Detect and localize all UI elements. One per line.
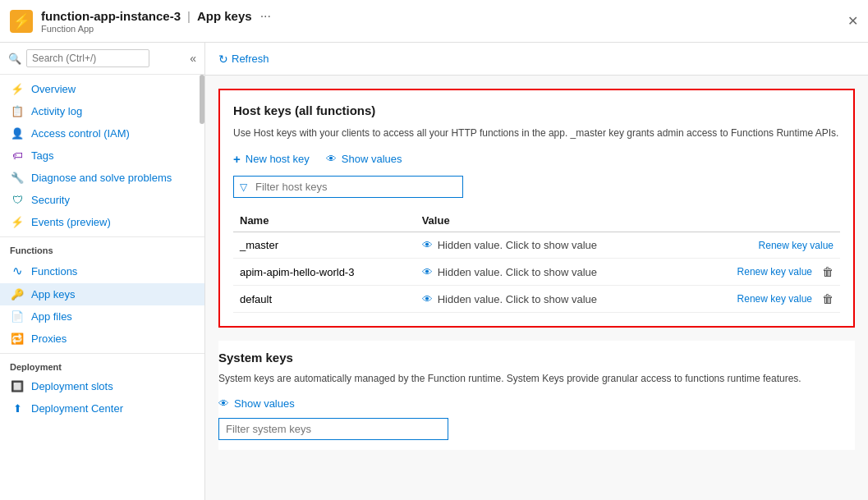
sidebar-item-functions[interactable]: ∿ Functions (0, 259, 204, 283)
app-name: function-app-instance-3 (41, 9, 181, 23)
sidebar-item-activity-log[interactable]: 📋 Activity log (0, 100, 204, 122)
app-header: ⚡ function-app-instance-3 | App keys ···… (0, 0, 868, 43)
key-value-apim: 👁 Hidden value. Click to show value (416, 259, 684, 286)
host-keys-table: Name Value _master 👁 Hidden value. Click (233, 209, 840, 313)
col-header-actions (684, 209, 840, 232)
page-title: App keys (197, 9, 252, 23)
col-header-name: Name (233, 209, 416, 232)
table-row: apim-apim-hello-world-3 👁 Hidden value. … (233, 259, 840, 286)
functions-icon: ∿ (10, 264, 25, 278)
key-name-default: default (233, 286, 416, 313)
sidebar-label-tags: Tags (31, 149, 53, 162)
search-icon: 🔍 (8, 53, 21, 65)
key-actions-default: Renew key value 🗑 (684, 286, 840, 313)
delete-default-button[interactable]: 🗑 (822, 292, 834, 305)
key-name-master: _master (233, 232, 416, 259)
sidebar-label-proxies: Proxies (31, 333, 67, 345)
search-input[interactable] (26, 49, 149, 67)
sidebar-label-diagnose: Diagnose and solve problems (31, 172, 172, 184)
header-separator: | (187, 9, 191, 23)
host-keys-title: Host keys (all functions) (233, 103, 840, 117)
search-bar: 🔍 « (0, 43, 204, 75)
filter-icon: ▽ (240, 181, 247, 193)
hidden-value-default[interactable]: Hidden value. Click to show value (438, 293, 597, 305)
events-icon: ⚡ (10, 216, 25, 228)
system-show-values-button[interactable]: 👁 Show values (218, 397, 295, 410)
security-icon: 🛡 (10, 194, 25, 206)
deployment-slots-icon: 🔲 (10, 380, 25, 392)
hidden-value-master[interactable]: Hidden value. Click to show value (438, 239, 597, 251)
content-area: Host keys (all functions) Use Host keys … (205, 76, 868, 500)
sidebar-scrollbar[interactable] (200, 75, 204, 124)
sidebar: 🔍 « ⚡ Overview 📋 Activity log 👤 Access c… (0, 43, 205, 500)
sidebar-item-overview[interactable]: ⚡ Overview (0, 78, 204, 100)
activity-log-icon: 📋 (10, 105, 25, 117)
app-files-icon: 📄 (10, 310, 25, 323)
main-body: 🔍 « ⚡ Overview 📋 Activity log 👤 Access c… (0, 43, 868, 500)
sidebar-item-events[interactable]: ⚡ Events (preview) (0, 211, 204, 233)
host-keys-actions: + New host key 👁 Show values (233, 152, 840, 166)
sidebar-item-diagnose[interactable]: 🔧 Diagnose and solve problems (0, 167, 204, 189)
renew-master-button[interactable]: Renew key value (759, 240, 834, 251)
refresh-icon: ↻ (218, 53, 228, 66)
diagnose-icon: 🔧 (10, 172, 25, 184)
app-type-label: Function App (41, 24, 271, 34)
system-keys-title: System keys (218, 351, 855, 365)
deployment-center-icon: ⬆ (10, 402, 25, 415)
eye-icon-master: 👁 (422, 239, 433, 251)
renew-default-button[interactable]: Renew key value (737, 293, 812, 305)
sidebar-item-deployment-center[interactable]: ⬆ Deployment Center (0, 397, 204, 420)
main-panel: ↻ Refresh Host keys (all functions) Use … (205, 43, 868, 500)
key-value-master: 👁 Hidden value. Click to show value (416, 232, 684, 259)
key-actions-master: Renew key value (684, 232, 840, 259)
sidebar-label-events: Events (preview) (31, 216, 111, 228)
sidebar-item-security[interactable]: 🛡 Security (0, 189, 204, 211)
toolbar: ↻ Refresh (205, 43, 868, 76)
eye-icon-system: 👁 (218, 397, 229, 410)
host-keys-desc: Use Host keys with your clients to acces… (233, 126, 840, 140)
sidebar-label-functions: Functions (31, 265, 77, 278)
show-values-button[interactable]: 👁 Show values (326, 153, 402, 165)
sidebar-item-tags[interactable]: 🏷 Tags (0, 144, 204, 167)
sidebar-item-app-keys[interactable]: 🔑 App keys (0, 283, 204, 305)
tags-icon: 🏷 (10, 149, 25, 162)
eye-icon: 👁 (326, 153, 337, 165)
close-button[interactable]: ✕ (847, 13, 858, 29)
system-show-values-label: Show values (234, 397, 295, 410)
functions-section-header: Functions (0, 236, 204, 259)
sidebar-nav: ⚡ Overview 📋 Activity log 👤 Access contr… (0, 75, 204, 500)
col-header-value: Value (416, 209, 684, 232)
new-host-key-label: New host key (246, 153, 310, 165)
lightning-icon: ⚡ (10, 83, 25, 95)
sidebar-item-app-files[interactable]: 📄 App files (0, 305, 204, 328)
sidebar-label-activity-log: Activity log (31, 105, 82, 117)
filter-host-keys-input[interactable] (233, 176, 463, 198)
sidebar-item-proxies[interactable]: 🔁 Proxies (0, 328, 204, 350)
renew-apim-button[interactable]: Renew key value (737, 266, 812, 278)
sidebar-label-overview: Overview (31, 83, 76, 95)
sidebar-label-app-keys: App keys (31, 288, 75, 300)
sidebar-collapse-button[interactable]: « (190, 52, 196, 65)
table-row: default 👁 Hidden value. Click to show va… (233, 286, 840, 313)
sidebar-label-deployment-slots: Deployment slots (31, 380, 113, 392)
refresh-button[interactable]: ↻ Refresh (218, 53, 269, 66)
eye-icon-apim: 👁 (422, 266, 433, 278)
refresh-label: Refresh (232, 53, 269, 65)
proxies-icon: 🔁 (10, 333, 25, 345)
sidebar-label-access-control: Access control (IAM) (31, 127, 130, 140)
key-name-apim: apim-apim-hello-world-3 (233, 259, 416, 286)
delete-apim-button[interactable]: 🗑 (822, 265, 834, 278)
app-icon: ⚡ (10, 10, 33, 33)
new-host-key-button[interactable]: + New host key (233, 152, 310, 166)
header-title-block: function-app-instance-3 | App keys ··· F… (41, 9, 271, 34)
hidden-value-apim[interactable]: Hidden value. Click to show value (438, 266, 597, 278)
sidebar-item-access-control[interactable]: 👤 Access control (IAM) (0, 122, 204, 144)
filter-wrap: ▽ (233, 176, 840, 198)
more-options-button[interactable]: ··· (260, 9, 271, 24)
key-actions-apim: Renew key value 🗑 (684, 259, 840, 286)
key-value-default: 👁 Hidden value. Click to show value (416, 286, 684, 313)
sidebar-label-security: Security (31, 194, 70, 206)
deployment-section-header: Deployment (0, 353, 204, 375)
sidebar-item-deployment-slots[interactable]: 🔲 Deployment slots (0, 375, 204, 397)
filter-system-keys-input[interactable] (218, 418, 448, 440)
